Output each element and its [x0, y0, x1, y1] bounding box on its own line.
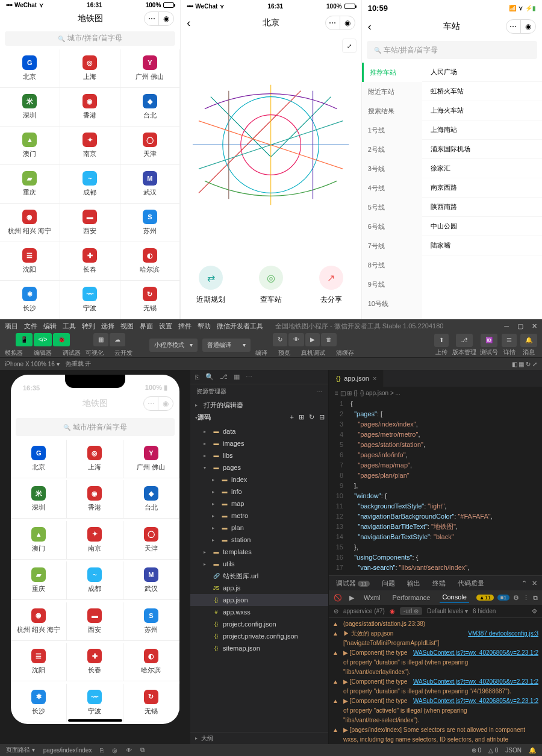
folder-item[interactable]: ▸▬utils [190, 558, 328, 570]
city-cell[interactable]: G北京 [0, 49, 60, 88]
city-cell[interactable]: ✱长沙 [11, 684, 67, 722]
city-cell[interactable]: ◉杭州 绍兴 海宁 [11, 602, 67, 641]
gear-icon[interactable]: ⚙ [513, 594, 519, 602]
city-cell[interactable]: 米深圳 [0, 88, 60, 127]
close-target-icon[interactable]: ◉ [340, 16, 355, 30]
station-item[interactable]: 虹桥火车站 [422, 82, 542, 101]
city-cell[interactable]: ◎上海 [67, 440, 123, 478]
city-cell[interactable]: ▲澳门 [0, 127, 60, 165]
cloud-dev-button[interactable]: ☁ [110, 333, 125, 346]
city-cell[interactable]: ◐哈尔滨 [120, 242, 181, 281]
sim-search[interactable]: 城市/拼音/首字母 [16, 418, 175, 436]
file-item[interactable]: {}sitemap.json [190, 642, 328, 654]
city-cell[interactable]: ▬西安 [67, 602, 123, 641]
tab-output[interactable]: 输出 [405, 578, 423, 589]
station-tab[interactable]: 7号线 [362, 236, 422, 255]
city-cell[interactable]: 米深圳 [11, 480, 67, 519]
search-icon[interactable]: 🔍 [205, 373, 214, 381]
city-cell[interactable]: ✦南京 [67, 521, 123, 560]
new-file-icon[interactable]: + [290, 413, 294, 421]
city-cell[interactable]: S苏州 [120, 204, 181, 242]
editor-tab-appjson[interactable]: {} app.json × [329, 370, 384, 387]
station-tab[interactable]: 8号线 [362, 255, 422, 275]
menu-item[interactable]: 视图 [120, 322, 134, 331]
city-cell[interactable]: Y广州 佛山 [120, 49, 181, 88]
file-item[interactable]: {}app.json [190, 594, 328, 606]
simulator-toggle[interactable]: 📱 [16, 333, 33, 346]
city-cell[interactable]: ▬西安 [60, 204, 120, 242]
city-cell[interactable]: ◆台北 [123, 480, 179, 519]
menu-item[interactable]: 文件 [24, 322, 37, 331]
city-cell[interactable]: ~成都 [67, 561, 123, 600]
city-cell[interactable]: ◯天津 [123, 521, 179, 560]
mode-select[interactable]: 小程序模式▾ [149, 339, 198, 352]
subtab-performance[interactable]: Performance [390, 593, 433, 602]
tab-debugger[interactable]: 调试器 11 [334, 578, 372, 589]
more-icon[interactable]: ⋮ [523, 594, 529, 602]
errors-count[interactable]: ⊗ 0 [472, 747, 481, 754]
capsule-menu[interactable]: ⋯◉ [144, 11, 174, 26]
menu-item[interactable]: 编辑 [43, 322, 57, 331]
popout-icon[interactable]: ⧉ [533, 594, 538, 602]
simulator-device[interactable]: 16:35 100% ▮ 地铁图 ⋯◉ 城市/拼音/首字母 G北京◎上海Y广州 … [11, 375, 179, 724]
station-tab[interactable]: 搜索结果 [362, 101, 422, 120]
more-icon[interactable]: ⋯ [326, 16, 340, 30]
station-tab[interactable]: 10号线 [362, 294, 422, 313]
station-item[interactable]: 人民广场 [422, 63, 542, 82]
close-tab-icon[interactable]: × [373, 375, 376, 382]
hidden-count[interactable]: 6 hidden [473, 608, 496, 614]
capsule-menu[interactable]: ⋯◉ [506, 19, 536, 34]
code-editor[interactable]: 1{2 "pages": [3 "pages/index/index",4 "p… [329, 399, 542, 575]
close-button[interactable]: ✕ [532, 322, 537, 330]
remote-debug-button[interactable]: ▶ [305, 333, 320, 346]
file-item[interactable]: JSapp.js [190, 582, 328, 594]
station-tab[interactable]: 附近车站 [362, 82, 422, 101]
city-cell[interactable]: Y广州 佛山 [123, 440, 179, 478]
language-indicator[interactable]: JSON [505, 747, 522, 754]
city-cell[interactable]: 〰宁波 [67, 684, 123, 722]
open-editors-section[interactable]: ▸打开的编辑器 [190, 399, 328, 411]
subtab-console[interactable]: Console [440, 592, 469, 603]
station-tab[interactable]: 3号线 [362, 159, 422, 178]
visual-button[interactable]: ▦ [93, 333, 108, 346]
notifications-icon[interactable]: 🔔 [529, 747, 536, 754]
city-cell[interactable]: S苏州 [123, 602, 179, 641]
path-label[interactable]: 页面路径 ▾ [6, 746, 35, 754]
city-cell[interactable]: ☰沈阳 [0, 242, 60, 281]
level-select[interactable]: Default levels ▾ [427, 608, 468, 614]
folder-item[interactable]: ▸▬map [190, 498, 328, 510]
menu-item[interactable]: 帮助 [198, 322, 211, 331]
expand-icon[interactable]: ⌃ [522, 579, 527, 587]
search-input[interactable]: 车站/拼音/首字母 [367, 41, 537, 59]
folder-item[interactable]: ▸▬plan [190, 522, 328, 534]
current-path[interactable]: pages/index/index [43, 747, 92, 754]
device-select[interactable]: iPhone X 100% 16 ▾ [5, 361, 60, 367]
file-item[interactable]: 🔗站长图库.url [190, 570, 328, 582]
city-cell[interactable]: ◉香港 [67, 480, 123, 519]
city-cell[interactable]: G北京 [11, 440, 67, 478]
source-link[interactable]: WASubContext.js?t=wx_40206805&v=2.23.1:2 [413, 678, 538, 686]
clear-cache-button[interactable]: 🗑 [321, 333, 337, 346]
capsule-menu[interactable]: ⋯◉ [143, 396, 173, 411]
capsule-menu[interactable]: ⋯◉ [325, 16, 355, 30]
filter-input[interactable]: -url ⊗ [400, 607, 422, 615]
action-button[interactable]: ◎查车站 [241, 266, 301, 305]
station-item[interactable]: 陕西南路 [422, 198, 542, 217]
city-cell[interactable]: ~成都 [60, 165, 120, 204]
search-input[interactable]: 城市/拼音/首字母 [5, 31, 175, 46]
city-cell[interactable]: M武汉 [123, 561, 179, 600]
folder-item[interactable]: ▸▬libs [190, 449, 328, 461]
source-link[interactable]: WASubContext.js?t=wx_40206805&v=2.23.1:2 [413, 649, 538, 657]
minimize-button[interactable]: ─ [504, 322, 509, 330]
file-item[interactable]: {}project.config.json [190, 618, 328, 630]
station-item[interactable]: 徐家汇 [422, 159, 542, 178]
more-icon[interactable]: ⋯ [316, 389, 322, 395]
city-cell[interactable]: ↻无锡 [120, 281, 181, 319]
warnings-count[interactable]: △ 0 [488, 747, 498, 754]
menu-item[interactable]: 转到 [82, 322, 95, 331]
hot-reload-toggle[interactable]: 热重载 开 [66, 360, 92, 368]
more-icon[interactable]: ⋯ [506, 20, 521, 33]
metro-map-canvas[interactable]: ⤢ [181, 34, 361, 256]
version-button[interactable]: ⎇ [456, 334, 473, 347]
action-button[interactable]: ↗去分享 [301, 266, 361, 305]
